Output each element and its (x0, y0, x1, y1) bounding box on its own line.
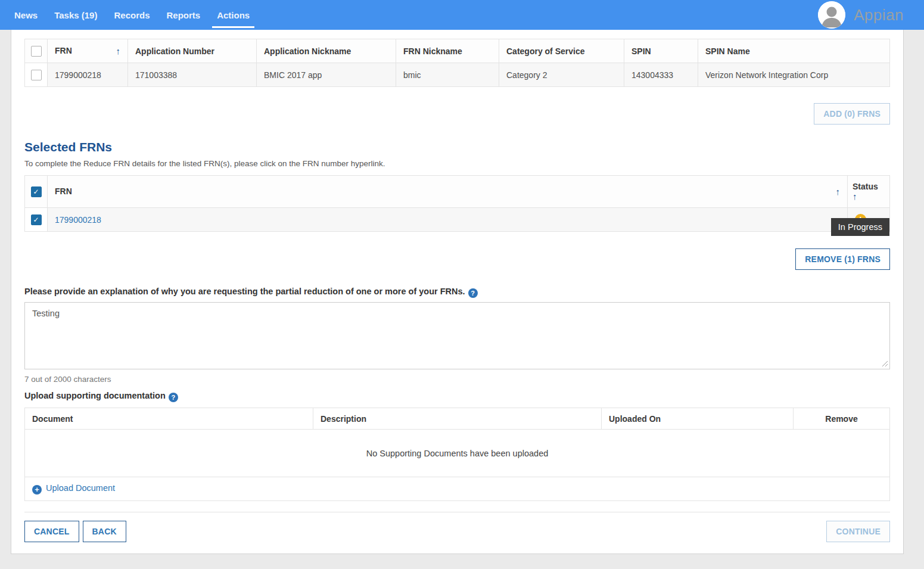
available-frn-row: ✓ 1799000218 171003388 BMIC 2017 app bmi… (25, 63, 890, 87)
appian-logo: Appian (854, 6, 904, 24)
column-header-application-nickname: Application Nickname (257, 39, 396, 63)
footer-divider (24, 512, 890, 512)
column-header-category-of-service: Category of Service (499, 39, 624, 63)
explanation-textarea[interactable]: Testing (24, 302, 890, 369)
status-tooltip: In Progress (831, 218, 889, 236)
documents-header-row: Document Description Uploaded On Remove (25, 408, 890, 430)
available-frns-header-row: ✓ FRN ↑ Application Number Application N… (25, 39, 890, 63)
cell-category-of-service: Category 2 (499, 63, 624, 87)
selected-frns-instructions: To complete the Reduce FRN details for t… (24, 159, 890, 168)
column-header-application-number: Application Number (128, 39, 257, 63)
selected-frns-table-wrap: ✓ FRN ↑ Status ↑ ✓ 1799000218 ! In Progr… (24, 175, 890, 232)
nav-right-area: Appian (818, 0, 924, 30)
cancel-button[interactable]: CANCEL (24, 521, 79, 542)
upload-document-row: +Upload Document (25, 477, 890, 501)
frn-link[interactable]: 1799000218 (55, 215, 101, 225)
cell-spin: 143004333 (624, 63, 698, 87)
sort-ascending-icon[interactable]: ↑ (116, 46, 121, 56)
footer-actions: CANCEL BACK CONTINUE (24, 521, 890, 542)
column-header-selected-frn-label: FRN (55, 186, 72, 196)
upload-documentation-heading: Upload supporting documentation? (24, 391, 890, 402)
column-header-document: Document (25, 408, 313, 430)
column-header-status[interactable]: Status ↑ (848, 176, 890, 208)
remove-frns-button[interactable]: REMOVE (1) FRNS (795, 248, 890, 270)
plus-icon: + (32, 485, 42, 495)
resize-handle-icon[interactable] (882, 360, 888, 367)
upload-documentation-heading-text: Upload supporting documentation (24, 391, 166, 400)
column-header-spin: SPIN (624, 39, 698, 63)
upload-document-label: Upload Document (46, 483, 115, 493)
continue-button[interactable]: CONTINUE (826, 521, 890, 542)
user-avatar[interactable] (818, 1, 845, 29)
cell-spin-name: Verizon Network Integration Corp (698, 63, 890, 87)
nav-item-actions[interactable]: Actions (209, 0, 258, 30)
column-header-description: Description (313, 408, 602, 430)
selected-frns-heading: Selected FRNs (24, 140, 890, 154)
row-checkbox[interactable]: ✓ (31, 70, 42, 80)
cell-application-nickname: BMIC 2017 app (257, 63, 396, 87)
check-icon: ✓ (33, 47, 39, 55)
selected-frn-row: ✓ 1799000218 ! (25, 208, 890, 232)
check-icon: ✓ (33, 188, 39, 196)
help-icon[interactable]: ? (169, 393, 178, 402)
documents-empty-row: No Supporting Documents have been upload… (25, 430, 890, 477)
select-all-selected-checkbox[interactable]: ✓ (31, 186, 42, 197)
nav-item-records[interactable]: Records (105, 0, 158, 30)
explanation-label-text: Please provide an explanation of why you… (24, 287, 465, 296)
help-icon[interactable]: ? (468, 288, 478, 298)
add-frns-button[interactable]: ADD (0) FRNS (814, 103, 890, 125)
column-header-selected-frn[interactable]: FRN ↑ (48, 176, 848, 208)
sort-ascending-icon[interactable]: ↑ (836, 186, 841, 197)
check-icon: ✓ (33, 71, 39, 79)
column-header-frn-label: FRN (55, 46, 72, 55)
top-navbar: News Tasks (19) Records Reports Actions … (0, 0, 924, 30)
column-header-uploaded-on: Uploaded On (602, 408, 794, 430)
column-header-status-label: Status (853, 182, 878, 191)
column-header-frn-nickname: FRN Nickname (396, 39, 499, 63)
upload-document-link[interactable]: +Upload Document (32, 483, 115, 493)
column-header-frn[interactable]: FRN ↑ (48, 39, 128, 63)
back-button[interactable]: BACK (83, 521, 126, 542)
column-header-spin-name: SPIN Name (698, 39, 890, 63)
check-icon: ✓ (33, 216, 39, 224)
explanation-field-wrap: Testing (24, 302, 890, 369)
nav-item-news[interactable]: News (6, 0, 46, 30)
sort-ascending-icon[interactable]: ↑ (853, 191, 857, 201)
character-counter: 7 out of 2000 characters (24, 375, 890, 384)
select-all-checkbox[interactable]: ✓ (31, 46, 42, 57)
main-content-card: ✓ FRN ↑ Application Number Application N… (11, 30, 904, 554)
explanation-label: Please provide an explanation of why you… (24, 287, 890, 298)
available-frns-table: ✓ FRN ↑ Application Number Application N… (24, 39, 890, 87)
person-icon (818, 1, 845, 29)
cell-frn-nickname: bmic (396, 63, 499, 87)
cell-frn: 1799000218 (48, 63, 128, 87)
documents-table: Document Description Uploaded On Remove … (24, 408, 890, 501)
no-documents-message: No Supporting Documents have been upload… (25, 430, 890, 477)
nav-item-tasks[interactable]: Tasks (19) (46, 0, 105, 30)
selected-row-checkbox[interactable]: ✓ (31, 214, 42, 225)
column-header-remove: Remove (794, 408, 890, 430)
selected-frns-table: ✓ FRN ↑ Status ↑ ✓ 1799000218 ! (24, 175, 890, 232)
nav-item-reports[interactable]: Reports (158, 0, 209, 30)
cell-application-number: 171003388 (128, 63, 257, 87)
selected-frns-header-row: ✓ FRN ↑ Status ↑ (25, 176, 890, 208)
